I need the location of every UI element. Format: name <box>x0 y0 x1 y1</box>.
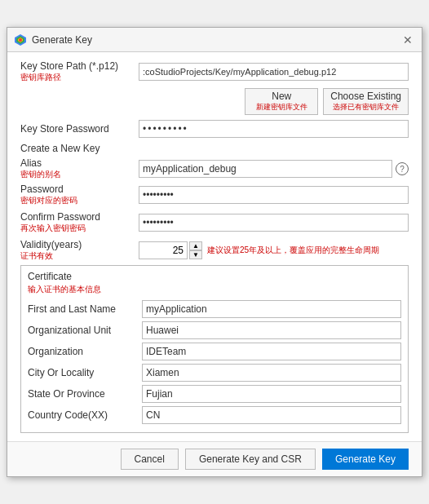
cert-first-last-name-row: First and Last Name <box>28 300 401 318</box>
title-bar-left: Generate Key <box>14 33 92 46</box>
alias-help-icon[interactable]: ? <box>396 162 409 175</box>
cert-city-label: City Or Locality <box>28 367 142 378</box>
validity-label-sub: 证书有效 <box>20 250 139 262</box>
title-bar: Generate Key ✕ <box>7 28 422 52</box>
cert-state-label: State Or Province <box>28 388 142 400</box>
keystore-password-label-main: Key Store Password <box>20 123 139 135</box>
password-label-main: Password <box>20 183 139 195</box>
certificate-title: Certificate <box>28 271 401 282</box>
validity-spinner: ▲ ▼ <box>189 241 202 259</box>
svg-point-3 <box>19 38 22 42</box>
new-button-label: New <box>272 91 291 102</box>
alias-label-main: Alias <box>20 157 139 169</box>
validity-up-button[interactable]: ▲ <box>189 241 202 250</box>
new-keystore-button[interactable]: New 新建密钥库文件 <box>245 88 318 115</box>
cert-org-row: Organization <box>28 343 401 360</box>
generate-key-button[interactable]: Generate Key <box>322 449 409 470</box>
password-label-block: Password 密钥对应的密码 <box>20 183 139 206</box>
validity-row: Validity(years) 证书有效 ▲ ▼ 建议设置25年及以上，覆盖应用… <box>20 239 409 262</box>
cert-state-input[interactable] <box>142 385 401 403</box>
password-row: Password 密钥对应的密码 <box>20 183 409 206</box>
certificate-title-sub: 输入证书的基本信息 <box>28 284 401 295</box>
generate-csr-button[interactable]: Generate Key and CSR <box>185 449 316 470</box>
keystore-password-input[interactable] <box>139 120 409 138</box>
certificate-section: Certificate 输入证书的基本信息 First and Last Nam… <box>20 265 409 433</box>
cert-country-input[interactable] <box>142 406 401 424</box>
cert-first-last-name-input[interactable] <box>142 300 401 318</box>
confirm-password-label-block: Confirm Password 再次输入密钥密码 <box>20 211 139 234</box>
close-button[interactable]: ✕ <box>400 33 415 47</box>
cancel-button[interactable]: Cancel <box>121 449 179 470</box>
choose-button-label: Choose Existing <box>330 91 401 102</box>
keystore-password-row: Key Store Password <box>20 120 409 138</box>
cert-country-row: Country Code(XX) <box>28 406 401 424</box>
validity-down-button[interactable]: ▼ <box>189 250 202 259</box>
choose-existing-button[interactable]: Choose Existing 选择已有密钥库文件 <box>323 88 409 115</box>
validity-label-block: Validity(years) 证书有效 <box>20 239 139 262</box>
keystore-buttons-row: New 新建密钥库文件 Choose Existing 选择已有密钥库文件 <box>20 88 409 115</box>
confirm-password-label-sub: 再次输入密钥密码 <box>20 223 139 234</box>
keystore-label-main: Key Store Path (*.p12) <box>20 60 139 72</box>
cert-org-input[interactable] <box>142 343 401 360</box>
cert-org-label: Organization <box>28 346 142 357</box>
alias-label-sub: 密钥的别名 <box>20 169 139 180</box>
cert-org-unit-row: Organizational Unit <box>28 321 401 339</box>
keystore-path-section: Key Store Path (*.p12) 密钥库路径 <box>20 60 409 83</box>
keystore-label-sub: 密钥库路径 <box>20 72 139 83</box>
validity-label-main: Validity(years) <box>20 239 139 250</box>
cert-org-unit-label: Organizational Unit <box>28 325 142 336</box>
keystore-label: Key Store Path (*.p12) 密钥库路径 <box>20 60 139 83</box>
confirm-password-input[interactable] <box>139 214 409 232</box>
cert-country-label: Country Code(XX) <box>28 409 142 421</box>
dialog-content: Key Store Path (*.p12) 密钥库路径 New 新建密钥库文件… <box>7 52 422 441</box>
confirm-password-row: Confirm Password 再次输入密钥密码 <box>20 211 409 234</box>
cert-state-row: State Or Province <box>28 385 401 403</box>
keystore-password-label: Key Store Password <box>20 123 139 135</box>
confirm-password-label-main: Confirm Password <box>20 211 139 223</box>
choose-button-sublabel: 选择已有密钥库文件 <box>333 102 399 113</box>
app-icon <box>14 33 27 46</box>
password-label-sub: 密钥对应的密码 <box>20 195 139 206</box>
new-button-sublabel: 新建密钥库文件 <box>256 102 307 113</box>
create-new-key-title: Create a New Key <box>20 143 409 154</box>
validity-hint: 建议设置25年及以上，覆盖应用的完整生命周期 <box>207 245 409 256</box>
cert-first-last-name-label: First and Last Name <box>28 303 142 315</box>
validity-input[interactable] <box>139 241 188 259</box>
generate-key-dialog: Generate Key ✕ Key Store Path (*.p12) 密钥… <box>7 27 422 477</box>
cert-org-unit-input[interactable] <box>142 321 401 339</box>
keystore-path-input[interactable] <box>139 63 409 81</box>
dialog-footer: Cancel Generate Key and CSR Generate Key <box>7 441 422 476</box>
alias-row: Alias 密钥的别名 ? <box>20 157 409 180</box>
cert-city-input[interactable] <box>142 364 401 382</box>
alias-input[interactable] <box>139 160 392 178</box>
password-input[interactable] <box>139 186 409 204</box>
dialog-title: Generate Key <box>32 34 92 46</box>
alias-label-block: Alias 密钥的别名 <box>20 157 139 180</box>
cert-city-row: City Or Locality <box>28 364 401 382</box>
